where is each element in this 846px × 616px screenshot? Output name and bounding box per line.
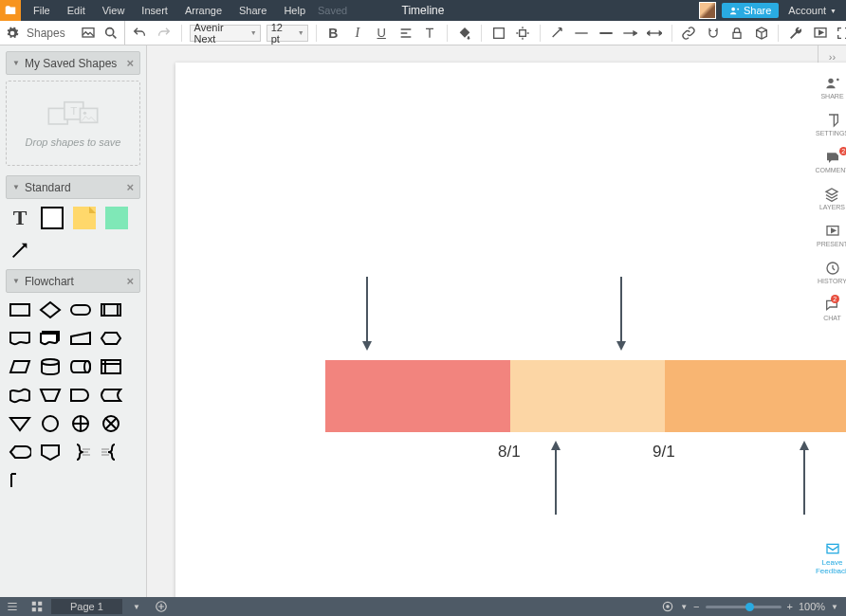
zoom-in-button[interactable]: + bbox=[787, 601, 793, 612]
image-icon[interactable] bbox=[81, 26, 96, 41]
panel-share[interactable]: SHARE bbox=[820, 76, 843, 100]
shape-database[interactable] bbox=[38, 355, 63, 378]
menu-edit[interactable]: Edit bbox=[59, 5, 94, 16]
position-button[interactable] bbox=[514, 24, 532, 43]
menu-share[interactable]: Share bbox=[230, 5, 275, 16]
panel-settings[interactable]: SETTINGS bbox=[816, 113, 846, 136]
app-logo[interactable] bbox=[0, 0, 21, 21]
shape-decision[interactable] bbox=[38, 299, 63, 321]
line-arrow-both[interactable] bbox=[645, 24, 663, 43]
shape-display[interactable] bbox=[8, 441, 32, 463]
italic-button[interactable]: I bbox=[348, 24, 366, 43]
saved-shapes-dropzone[interactable]: T Drop shapes to save bbox=[6, 81, 140, 166]
bold-button[interactable]: B bbox=[324, 24, 342, 43]
border-button[interactable] bbox=[489, 24, 507, 43]
shape-arrow[interactable] bbox=[8, 239, 32, 262]
shape-delay[interactable] bbox=[68, 384, 93, 407]
document-title[interactable]: Timeline bbox=[402, 4, 445, 17]
shape-block[interactable] bbox=[104, 207, 129, 229]
timeline-segment-2[interactable] bbox=[510, 360, 665, 432]
close-icon[interactable]: × bbox=[126, 56, 134, 70]
grid-view-button[interactable] bbox=[25, 597, 49, 616]
zoom-menu-chevron[interactable]: ▼ bbox=[680, 603, 688, 611]
close-icon[interactable]: × bbox=[126, 274, 134, 288]
panel-saved-shapes[interactable]: ▼ My Saved Shapes × bbox=[6, 51, 140, 75]
menu-view[interactable]: View bbox=[94, 5, 134, 16]
undo-button[interactable] bbox=[131, 24, 149, 43]
line-style-solid[interactable] bbox=[573, 24, 591, 43]
add-page-button[interactable] bbox=[149, 597, 174, 616]
target-icon[interactable] bbox=[661, 600, 674, 613]
font-size-select[interactable]: 12 pt bbox=[267, 25, 308, 42]
arrow-up-1[interactable] bbox=[549, 439, 562, 515]
shape-direct-data[interactable] bbox=[68, 355, 93, 378]
shape-rectangle[interactable] bbox=[40, 207, 64, 229]
gear-icon[interactable] bbox=[6, 27, 19, 40]
list-view-button[interactable] bbox=[0, 597, 25, 616]
shape-text[interactable]: T bbox=[8, 207, 32, 229]
collapse-panel-button[interactable]: ›› bbox=[829, 51, 836, 63]
shape-note[interactable] bbox=[72, 207, 97, 229]
shape-multidoc[interactable] bbox=[38, 327, 63, 350]
shape-preparation[interactable] bbox=[99, 327, 123, 350]
search-icon[interactable] bbox=[103, 26, 119, 41]
panel-standard[interactable]: ▼ Standard × bbox=[6, 175, 140, 199]
redo-button[interactable] bbox=[155, 24, 173, 43]
wrench-button[interactable] bbox=[786, 24, 804, 43]
cube-button[interactable] bbox=[752, 24, 770, 43]
fill-button[interactable] bbox=[455, 24, 473, 43]
align-button[interactable] bbox=[396, 24, 414, 43]
shape-summing[interactable] bbox=[99, 412, 123, 435]
shape-process[interactable] bbox=[8, 299, 32, 321]
font-select[interactable]: Avenir Next bbox=[190, 25, 261, 42]
panel-present[interactable]: PRESENT bbox=[817, 224, 846, 247]
timeline-segment-3[interactable] bbox=[665, 360, 846, 432]
panel-layers[interactable]: LAYERS bbox=[819, 187, 845, 210]
line-arrow-right[interactable] bbox=[621, 24, 639, 43]
magnet-button[interactable] bbox=[704, 24, 722, 43]
page-menu-button[interactable]: ▼ bbox=[124, 597, 149, 616]
shape-paper-tape[interactable] bbox=[8, 384, 32, 407]
arrow-down-2[interactable] bbox=[615, 277, 628, 353]
text-button[interactable] bbox=[420, 24, 438, 43]
menu-insert[interactable]: Insert bbox=[133, 5, 176, 16]
arrow-down-1[interactable] bbox=[360, 277, 374, 353]
present-toggle[interactable] bbox=[811, 24, 830, 43]
leave-feedback-button[interactable]: Leave Feedback bbox=[816, 541, 846, 576]
shape-internal-storage[interactable] bbox=[99, 355, 123, 378]
shape-or[interactable] bbox=[68, 412, 93, 435]
timeline-bar[interactable] bbox=[325, 360, 846, 432]
page-tab[interactable]: Page 1 bbox=[51, 599, 122, 614]
shape-manual-input[interactable] bbox=[68, 327, 93, 350]
menu-help[interactable]: Help bbox=[275, 5, 314, 16]
arrow-up-2[interactable] bbox=[798, 439, 811, 515]
shape-terminator[interactable] bbox=[68, 299, 93, 321]
shape-note-corner[interactable] bbox=[8, 469, 32, 492]
timeline-label-1[interactable]: 8/1 bbox=[498, 443, 521, 462]
line-style-thick[interactable] bbox=[597, 24, 615, 43]
shape-brace-left[interactable] bbox=[99, 441, 123, 463]
canvas[interactable]: 8/1 9/1 10/1 bbox=[147, 45, 818, 597]
shape-document[interactable] bbox=[8, 327, 32, 350]
shape-data[interactable] bbox=[8, 355, 32, 378]
shape-predefined[interactable] bbox=[99, 299, 123, 321]
menu-file[interactable]: File bbox=[25, 5, 59, 16]
panel-comment[interactable]: 2COMMENT bbox=[815, 150, 846, 173]
close-icon[interactable]: × bbox=[126, 180, 134, 194]
line-button[interactable] bbox=[548, 24, 566, 43]
zoom-value-chevron[interactable]: ▼ bbox=[831, 603, 838, 611]
panel-history[interactable]: HISTORY bbox=[818, 261, 846, 284]
user-avatar[interactable] bbox=[699, 2, 716, 19]
zoom-slider[interactable] bbox=[706, 606, 782, 608]
timeline-label-2[interactable]: 9/1 bbox=[653, 443, 675, 462]
lock-button[interactable] bbox=[727, 24, 745, 43]
shape-off-page[interactable] bbox=[38, 441, 63, 463]
account-menu[interactable]: Account ▼ bbox=[779, 5, 846, 16]
shape-stored-data[interactable] bbox=[99, 384, 123, 407]
underline-button[interactable]: U bbox=[372, 24, 390, 43]
shape-brace-right[interactable] bbox=[68, 441, 93, 463]
timeline-segment-1[interactable] bbox=[325, 360, 510, 432]
panel-flowchart[interactable]: ▼ Flowchart × bbox=[6, 269, 140, 293]
shape-merge[interactable] bbox=[8, 412, 32, 435]
fullscreen-button[interactable] bbox=[834, 24, 846, 43]
